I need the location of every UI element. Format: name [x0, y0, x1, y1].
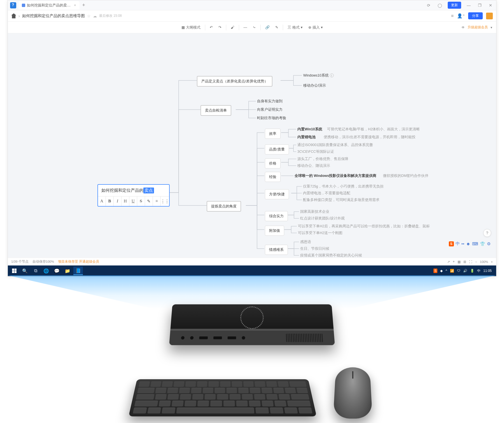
ime-punct-icon[interactable]: ••: [461, 241, 465, 246]
close-tab-icon[interactable]: ×: [74, 3, 76, 7]
star-icon[interactable]: ☆: [87, 14, 91, 18]
help-fab[interactable]: ?: [483, 229, 491, 237]
list-ol-button[interactable]: ≡: [153, 197, 161, 206]
leaf[interactable]: 生日、节假日问候: [300, 246, 329, 251]
battery-icon[interactable]: 🔋: [470, 269, 474, 273]
volume-icon[interactable]: 🔊: [463, 269, 467, 273]
share-button[interactable]: 分享: [468, 12, 483, 19]
italic-button[interactable]: I: [114, 197, 122, 206]
root-text[interactable]: 如何挖掘和定位产品的卖点: [98, 185, 169, 196]
subnode-price[interactable]: 价格: [265, 158, 281, 168]
leaf[interactable]: 源头工厂，价格优势、售后保障: [297, 157, 348, 161]
leaf[interactable]: 便携移动，演示/出差不需要接电源，开机即用，随时能投: [324, 135, 416, 140]
branch-checklist[interactable]: 卖点自检清单: [200, 105, 231, 116]
subnode-emotion[interactable]: 情感维系: [265, 245, 288, 255]
sogou-tray-icon[interactable]: S: [433, 269, 437, 273]
edge-icon[interactable]: 🌐: [41, 267, 51, 275]
leaf[interactable]: Windows10系统i: [303, 73, 334, 78]
ime-tray-icon[interactable]: 中: [477, 269, 480, 273]
refresh-icon[interactable]: ⟳: [425, 3, 432, 8]
edit-button[interactable]: ✎: [145, 197, 153, 206]
upgrade-link[interactable]: 升级超级会员: [468, 25, 488, 30]
subnode-efficiency[interactable]: 效率: [265, 129, 281, 139]
link-button[interactable]: 🔗: [263, 24, 272, 31]
insert-dropdown[interactable]: ⊕ 插入 ▾: [306, 23, 325, 32]
leaf[interactable]: 微软授权的DM签约合作伙伴: [383, 174, 428, 178]
collaborator-icon[interactable]: 👤⁺: [457, 13, 465, 19]
leaf[interactable]: 时刻往市场的考验: [257, 116, 286, 121]
leaf[interactable]: 感恩语: [300, 240, 311, 244]
info-icon[interactable]: i: [330, 73, 334, 77]
window-close-icon[interactable]: ✕: [487, 3, 494, 8]
branch-definition[interactable]: 产品定义卖点（差异化卖点/差异化优势）: [197, 76, 272, 87]
update-button[interactable]: 更新: [448, 2, 461, 9]
leaf[interactable]: 可以享受下单H2后，再采购周边产品可以给一些折扣优惠，比如：折叠键盘、鼠标: [298, 224, 430, 229]
center-icon[interactable]: ⊞: [463, 260, 466, 264]
menu-icon[interactable]: ≡: [451, 13, 454, 19]
security-icon[interactable]: 🛡: [457, 269, 460, 273]
leaf[interactable]: 可以享受下单H2送一个刚图: [298, 231, 342, 235]
cloud-icon[interactable]: ☁: [93, 14, 97, 18]
explorer-icon[interactable]: 📁: [63, 267, 72, 275]
subnode-strength[interactable]: 综合实力: [265, 211, 288, 221]
redo-button[interactable]: ↷: [216, 24, 224, 31]
undo-button[interactable]: ↶: [207, 24, 215, 31]
leaf[interactable]: 移动办公/演示: [303, 83, 326, 88]
start-button[interactable]: [10, 267, 19, 275]
sync-icon[interactable]: ◯: [436, 3, 444, 8]
leaf[interactable]: 内置锂电池: [297, 135, 316, 140]
underline-button[interactable]: U: [129, 197, 137, 206]
ime-lang-icon[interactable]: 中: [456, 241, 460, 246]
leaf[interactable]: 可替代笔记本电脑/平板，H2体积小、画面大，演示更清晰: [327, 127, 420, 132]
outline-mode-button[interactable]: ▦ 大纲模式: [179, 23, 203, 32]
window-maximize-icon[interactable]: ❐: [476, 3, 483, 8]
leaf[interactable]: 红点设计获奖团队/设计外观: [300, 216, 345, 221]
highlight-button[interactable]: H: [122, 197, 129, 206]
leaf[interactable]: 全球唯一的 Windows投影仪设备和解决方案提供商: [295, 174, 376, 178]
zoom-in-button[interactable]: +: [491, 260, 493, 263]
clock[interactable]: 11:05: [483, 269, 492, 273]
tray-app-icon[interactable]: ◆: [440, 269, 443, 273]
add-child-button[interactable]: ⤷: [251, 24, 258, 31]
ime-keyboard-icon[interactable]: ⌨: [472, 241, 478, 246]
bold-button[interactable]: B: [106, 197, 114, 206]
new-tab-button[interactable]: +: [82, 2, 85, 8]
strike-button[interactable]: S: [137, 197, 145, 206]
subnode-convenience[interactable]: 方便/快捷: [265, 189, 289, 199]
mindmap-canvas[interactable]: 如何挖掘和定位产品的卖点 A B I H U S ✎ ≡ ⋮⋮ 产品定义卖点（差…: [8, 33, 496, 258]
share-mini-icon[interactable]: ↗: [447, 260, 450, 264]
leaf[interactable]: 通过ISO9001国际质量保证体系、品控体系完善: [297, 143, 373, 147]
ime-settings-icon[interactable]: ⚙: [487, 241, 491, 246]
subnode-experience[interactable]: 经验: [265, 172, 281, 182]
leaf[interactable]: 仅重725g，书本大小，小巧便携，出差携带无负担: [303, 184, 384, 189]
add-sibling-button[interactable]: —: [241, 24, 249, 31]
home-icon[interactable]: [11, 13, 16, 19]
location-icon[interactable]: ⌖: [453, 260, 455, 263]
zoom-out-button[interactable]: −: [475, 260, 477, 263]
leaf[interactable]: 自身有实力做到: [257, 99, 283, 104]
note-button[interactable]: ✎: [273, 24, 281, 31]
leaf[interactable]: 配备多种接口类型，可同时满足多场景使用需求: [303, 198, 379, 202]
leaf[interactable]: 向客户证明实力: [257, 107, 283, 112]
avatar[interactable]: [486, 13, 493, 19]
subnode-addvalue[interactable]: 附加值: [265, 226, 284, 236]
eye-icon[interactable]: 👁: [461, 26, 465, 29]
subnode-quality[interactable]: 品质/质量: [265, 144, 289, 154]
tray-chevron-icon[interactable]: ^: [445, 269, 447, 273]
list-ul-button[interactable]: ⋮⋮: [161, 197, 169, 206]
format-painter-button[interactable]: 🖌: [228, 24, 237, 31]
layout-icon[interactable]: ▦: [458, 260, 461, 264]
window-minimize-icon[interactable]: —: [465, 3, 472, 8]
ime-skin-icon[interactable]: 👕: [480, 241, 485, 246]
leaf[interactable]: 3C\CE\FCC等国际认证: [297, 149, 334, 154]
ime-emoji-icon[interactable]: ☻: [466, 241, 470, 246]
branch-angles[interactable]: 提炼卖点的角度: [207, 201, 241, 212]
fullscreen-icon[interactable]: ⛶: [469, 260, 472, 263]
app-task-icon[interactable]: 📘: [73, 267, 83, 275]
leaf[interactable]: 移动办公、随说演示: [297, 163, 330, 168]
wechat-icon[interactable]: 💬: [52, 267, 62, 275]
taskview-icon[interactable]: ⧉: [31, 267, 40, 275]
leaf[interactable]: 内置锂电池，不需要接电适配: [303, 191, 350, 196]
format-dropdown[interactable]: 三 格式 ▾: [285, 23, 305, 32]
document-tab[interactable]: 如何挖掘和定位产品的卖… ×: [18, 1, 80, 10]
